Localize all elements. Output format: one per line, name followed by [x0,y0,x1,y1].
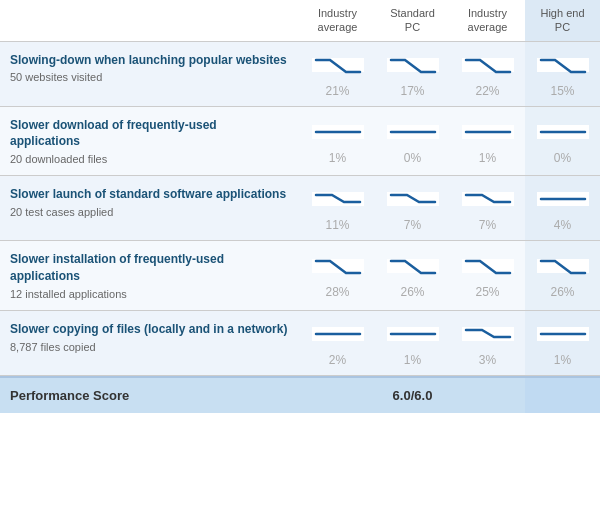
percentage-value: 1% [554,353,571,367]
row-label-col: Slowing-down when launching popular webs… [0,42,300,106]
data-cell: 0% [375,107,450,176]
table-row: Slowing-down when launching popular webs… [0,42,600,107]
percentage-value: 0% [554,151,571,165]
percentage-value: 4% [554,218,571,232]
mini-chart-icon [533,50,593,80]
percentage-value: 17% [400,84,424,98]
data-cell: 26% [525,241,600,310]
table-header: Industryaverage StandardPC Industryavera… [0,0,600,42]
performance-table: Industryaverage StandardPC Industryavera… [0,0,600,413]
data-cell: 21% [300,42,375,106]
row-title: Slower copying of files (locally and in … [10,321,290,338]
table-row: Slower download of frequently-used appli… [0,107,600,177]
table-row: Slower launch of standard software appli… [0,176,600,241]
header-col-ind2: Industryaverage [450,0,525,41]
row-title: Slower installation of frequently-used a… [10,251,290,285]
mini-chart-icon [458,117,518,147]
score-std: 6.0/6.0 [375,378,450,413]
mini-chart-icon [383,117,443,147]
percentage-value: 1% [329,151,346,165]
score-ind2 [450,378,525,413]
mini-chart-icon [533,184,593,214]
percentage-value: 25% [475,285,499,299]
table-body: Slowing-down when launching popular webs… [0,42,600,376]
percentage-value: 21% [325,84,349,98]
percentage-value: 3% [479,353,496,367]
mini-chart-icon [533,251,593,281]
data-cell: 1% [375,311,450,375]
percentage-value: 2% [329,353,346,367]
percentage-value: 7% [479,218,496,232]
header-col-ind1: Industryaverage [300,0,375,41]
row-title: Slower launch of standard software appli… [10,186,290,203]
percentage-value: 22% [475,84,499,98]
score-row: Performance Score 6.0/6.0 [0,376,600,413]
row-subtitle: 50 websites visited [10,71,290,83]
mini-chart-icon [383,184,443,214]
percentage-value: 7% [404,218,421,232]
row-label-col: Slower installation of frequently-used a… [0,241,300,310]
mini-chart-icon [308,251,368,281]
mini-chart-icon [533,319,593,349]
row-subtitle: 20 test cases applied [10,206,290,218]
row-label-col: Slower launch of standard software appli… [0,176,300,240]
percentage-value: 1% [479,151,496,165]
data-cell: 3% [450,311,525,375]
percentage-value: 1% [404,353,421,367]
mini-chart-icon [383,251,443,281]
percentage-value: 0% [404,151,421,165]
table-row: Slower copying of files (locally and in … [0,311,600,376]
mini-chart-icon [383,319,443,349]
mini-chart-icon [308,50,368,80]
mini-chart-icon [458,184,518,214]
data-cell: 4% [525,176,600,240]
percentage-value: 26% [400,285,424,299]
row-subtitle: 12 installed applications [10,288,290,300]
mini-chart-icon [383,50,443,80]
data-cell: 1% [450,107,525,176]
mini-chart-icon [533,117,593,147]
mini-chart-icon [308,184,368,214]
percentage-value: 28% [325,285,349,299]
row-title: Slowing-down when launching popular webs… [10,52,290,69]
data-cell: 11% [300,176,375,240]
percentage-value: 15% [550,84,574,98]
header-label-spacer [0,0,300,41]
data-cell: 0% [525,107,600,176]
percentage-value: 11% [325,218,349,232]
row-title: Slower download of frequently-used appli… [10,117,290,151]
score-highend [525,378,600,413]
data-cell: 7% [375,176,450,240]
data-cell: 28% [300,241,375,310]
table-row: Slower installation of frequently-used a… [0,241,600,311]
mini-chart-icon [458,251,518,281]
mini-chart-icon [308,117,368,147]
data-cell: 26% [375,241,450,310]
row-label-col: Slower copying of files (locally and in … [0,311,300,375]
data-cell: 25% [450,241,525,310]
data-cell: 2% [300,311,375,375]
mini-chart-icon [458,50,518,80]
data-cell: 17% [375,42,450,106]
mini-chart-icon [458,319,518,349]
data-cell: 1% [525,311,600,375]
data-cell: 7% [450,176,525,240]
data-cell: 1% [300,107,375,176]
data-cell: 15% [525,42,600,106]
score-label: Performance Score [0,378,300,413]
percentage-value: 26% [550,285,574,299]
score-ind1 [300,378,375,413]
data-cell: 22% [450,42,525,106]
header-col-std: StandardPC [375,0,450,41]
row-subtitle: 20 downloaded files [10,153,290,165]
header-col-highend: High endPC [525,0,600,41]
mini-chart-icon [308,319,368,349]
row-subtitle: 8,787 files copied [10,341,290,353]
row-label-col: Slower download of frequently-used appli… [0,107,300,176]
